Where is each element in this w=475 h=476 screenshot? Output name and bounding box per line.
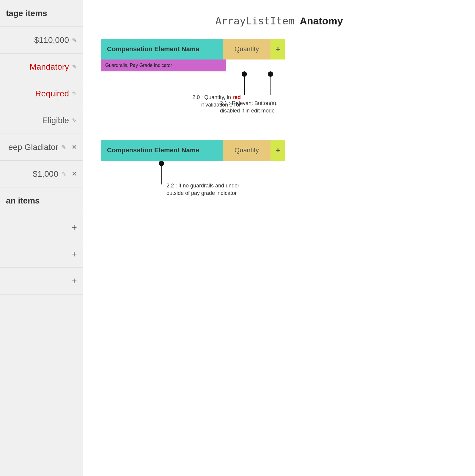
array-item-1-container: Compensation Element Name Quantity + Gua…: [101, 39, 457, 125]
annotation-text-button: 2.1 : Relevant Button(s), disabled if in…: [220, 100, 285, 115]
section1-header: tage items: [0, 0, 83, 27]
row-amount: $1,000 ✎ ✕: [0, 161, 83, 187]
row-gladiator: eep Gladiator ✎ ✕: [0, 134, 83, 161]
eligible-value: Eligible ✎: [42, 116, 77, 125]
annotation-area-1: 2.0 : Quantity, in red if validation err…: [101, 71, 285, 125]
item1-quantity: Quantity: [223, 39, 270, 60]
row-salary: $110,000 ✎: [0, 27, 83, 54]
annotation-dot-button: [268, 71, 273, 77]
row-eligible: Eligible ✎: [0, 107, 83, 134]
item1-name: Compensation Element Name: [101, 39, 223, 60]
annotation-text-noguard: 2.2 : If no guardrails and under outside…: [166, 182, 256, 197]
right-panel: ArrayListItem Anatomy Compensation Eleme…: [83, 0, 475, 476]
required-value: Required ✎: [35, 89, 77, 98]
add2-icon[interactable]: +: [71, 249, 77, 260]
add1-icon[interactable]: +: [71, 222, 77, 233]
guardrail-bar: Guardrails, Pay Grade Indicator: [101, 60, 285, 71]
row-add1: +: [0, 214, 83, 241]
amount-edit-icon[interactable]: ✎: [61, 170, 66, 178]
annotation-dot-quantity: [242, 71, 247, 77]
item2-quantity: Quantity: [223, 140, 270, 161]
anatomy-title: ArrayListItem Anatomy: [101, 15, 457, 27]
red-label: red: [232, 94, 241, 100]
gladiator-edit-icon[interactable]: ✎: [61, 144, 66, 151]
annotation-area-2: 2.2 : If no guardrails and under outside…: [101, 161, 285, 199]
array-item-2-container: Compensation Element Name Quantity + 2.2…: [101, 140, 457, 199]
salary-value: $110,000 ✎: [34, 35, 77, 45]
required-edit-icon[interactable]: ✎: [72, 90, 77, 97]
section2-header: an items: [0, 187, 83, 214]
amount-value: $1,000 ✎ ✕: [33, 169, 77, 179]
row-add3: +: [0, 268, 83, 295]
array-item-2: Compensation Element Name Quantity +: [101, 140, 285, 161]
gladiator-delete-icon[interactable]: ✕: [72, 143, 77, 151]
array-item-1: Compensation Element Name Quantity +: [101, 39, 285, 60]
annotation-dot-noguard: [159, 161, 164, 166]
row-add2: +: [0, 241, 83, 268]
salary-edit-icon[interactable]: ✎: [72, 37, 77, 44]
left-panel: tage items $110,000 ✎ Mandatory ✎ Requir…: [0, 0, 83, 476]
row-required: Required ✎: [0, 80, 83, 107]
gladiator-value: eep Gladiator ✎ ✕: [8, 143, 77, 152]
mandatory-edit-icon[interactable]: ✎: [72, 63, 77, 71]
item2-plus[interactable]: +: [270, 140, 285, 161]
item1-plus[interactable]: +: [270, 39, 285, 60]
guardrail-fill: Guardrails, Pay Grade Indicator: [101, 60, 226, 71]
eligible-edit-icon[interactable]: ✎: [72, 117, 77, 124]
amount-delete-icon[interactable]: ✕: [72, 170, 77, 178]
add3-icon[interactable]: +: [71, 275, 77, 286]
item2-name: Compensation Element Name: [101, 140, 223, 161]
mandatory-value: Mandatory ✎: [30, 62, 77, 72]
row-mandatory: Mandatory ✎: [0, 54, 83, 80]
